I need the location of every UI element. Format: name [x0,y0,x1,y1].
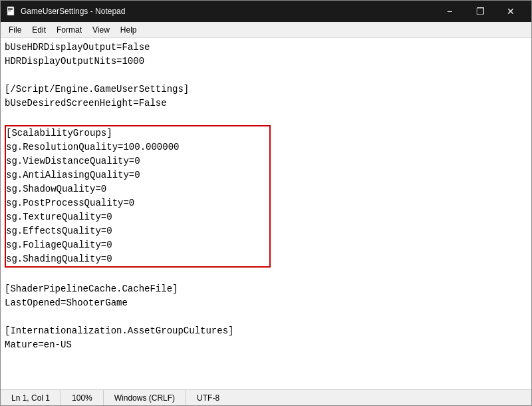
text-line: sg.EffectsQuality=0 [6,224,269,238]
text-line: HDRDisplayOutputNits=1000 [5,55,527,69]
notepad-window: GameUserSettings - Notepad − ❐ ✕ File Ed… [0,0,532,406]
menu-format[interactable]: Format [51,24,87,36]
restore-button[interactable]: ❐ [465,1,495,22]
cursor-position: Ln 1, Col 1 [1,390,61,405]
text-line: LastOpened=ShooterGame [5,296,527,310]
window-title: GameUserSettings - Notepad [21,7,434,16]
editor-container: bUseHDRDisplayOutput=FalseHDRDisplayOutp… [1,38,531,389]
menu-bar: File Edit Format View Help [1,22,531,38]
encoding: UTF-8 [186,390,230,405]
text-line: sg.PostProcessQuality=0 [6,196,269,210]
text-line: sg.TextureQuality=0 [6,210,269,224]
menu-help[interactable]: Help [115,24,142,36]
text-line [5,69,527,83]
text-line: bUseHDRDisplayOutput=False [5,41,527,55]
line-ending: Windows (CRLF) [104,390,186,405]
text-editor[interactable]: bUseHDRDisplayOutput=FalseHDRDisplayOutp… [1,38,531,389]
text-line: sg.ShadingQuality=0 [6,252,269,266]
status-bar: Ln 1, Col 1 100% Windows (CRLF) UTF-8 [1,389,531,405]
window-controls: − ❐ ✕ [434,1,526,22]
text-line: [ShaderPipelineCache.CacheFile] [5,282,527,296]
minimize-button[interactable]: − [434,1,465,22]
svg-rect-2 [8,9,13,10]
menu-view[interactable]: View [87,24,115,36]
menu-file[interactable]: File [3,24,27,36]
text-line: sg.ShadowQuality=0 [6,182,269,196]
text-line: sg.ResolutionQuality=100.000000 [6,140,269,154]
app-icon [6,6,17,17]
text-line [5,310,527,324]
svg-rect-3 [8,11,11,11]
text-line: Mature=en-US [5,338,527,352]
highlighted-section: [ScalabilityGroups]sg.ResolutionQuality=… [5,125,271,268]
svg-rect-1 [8,8,13,9]
text-line: [ScalabilityGroups] [6,126,269,140]
text-line: bUseDesiredScreenHeight=False [5,97,527,110]
text-line [5,110,527,124]
text-line: sg.AntiAliasingQuality=0 [6,168,269,182]
close-button[interactable]: ✕ [495,1,526,22]
text-line: sg.ViewDistanceQuality=0 [6,154,269,168]
text-line [5,268,527,282]
text-line: [Internationalization.AssetGroupCultures… [5,324,527,338]
text-line: sg.FoliageQuality=0 [6,238,269,252]
text-line: [/Script/Engine.GameUserSettings] [5,83,527,97]
title-bar: GameUserSettings - Notepad − ❐ ✕ [1,1,531,22]
zoom-level: 100% [61,390,104,405]
menu-edit[interactable]: Edit [27,24,51,36]
